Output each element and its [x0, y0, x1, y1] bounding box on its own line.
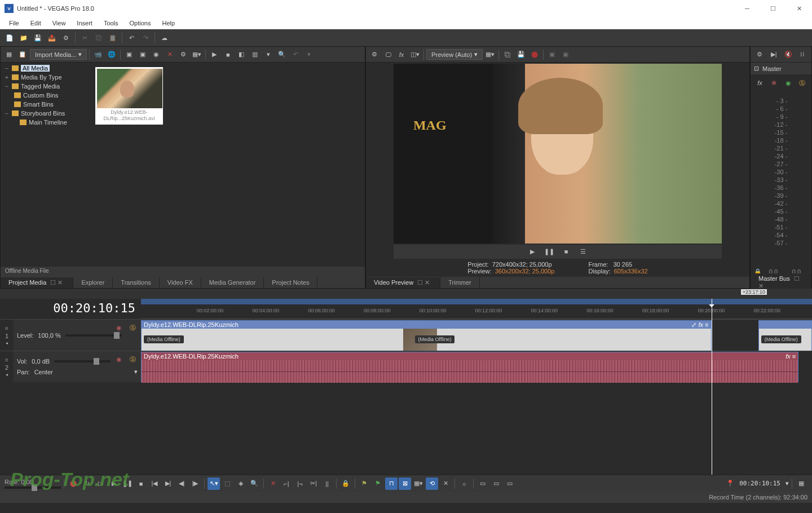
undo-icon[interactable]: ↶: [125, 32, 138, 44]
master-tool-2[interactable]: ◉: [782, 77, 794, 89]
get-media-icon[interactable]: 🌐: [105, 48, 118, 61]
pm-tool-5[interactable]: ▥: [249, 48, 261, 61]
pm-tool-4[interactable]: ◧: [235, 48, 248, 61]
maximize-button[interactable]: ☐: [760, 0, 786, 17]
menu-edit[interactable]: Edit: [25, 18, 47, 28]
video-clip-1[interactable]: Dyldy.e12.WEB-DLRip.25Kuzmich⤢ fx ≡ (Med…: [141, 320, 712, 351]
track-1-header[interactable]: ≡1◂ ◉Ⓢ Level:100,0 %: [0, 319, 141, 351]
tool-x1[interactable]: ⟐: [458, 477, 470, 490]
tab-trimmer[interactable]: Trimmer: [440, 277, 480, 288]
search-icon[interactable]: 🔍: [276, 48, 288, 61]
media-thumb[interactable]: Dyldy.e12.WEB-DLRip...25Kuzmich.avi: [95, 67, 163, 125]
master-mute-icon[interactable]: 🔇: [782, 48, 795, 61]
pv-rec-icon[interactable]: ⬤: [528, 48, 541, 61]
playhead[interactable]: [712, 299, 712, 475]
stop-icon[interactable]: ■: [135, 477, 147, 490]
import-media-button[interactable]: Import Media...▾: [30, 49, 87, 60]
tab-video-fx[interactable]: Video FX: [160, 277, 201, 288]
quantize-icon[interactable]: ⊠: [399, 477, 411, 490]
pv-copy-icon[interactable]: ⿻: [501, 48, 514, 61]
cut-icon[interactable]: ✂: [78, 32, 91, 44]
record-icon[interactable]: ⬤: [67, 477, 80, 490]
lock-icon[interactable]: 🔒: [339, 477, 352, 490]
tree-custom-bins[interactable]: Custom Bins: [2, 91, 90, 100]
tc-dropdown[interactable]: ▾: [785, 480, 789, 487]
tree-smart-bins[interactable]: Smart Bins: [2, 100, 90, 109]
trim-end-icon[interactable]: |¬: [294, 477, 306, 490]
pv-tool-a[interactable]: ▣: [546, 48, 558, 61]
loop-icon[interactable]: ↻: [81, 477, 93, 490]
marker-icon[interactable]: ⚑: [358, 477, 370, 490]
track2-vol-slider[interactable]: [54, 360, 111, 362]
pv-ext-icon[interactable]: 🖵: [382, 48, 394, 61]
pm-stop-icon[interactable]: ■: [222, 48, 234, 61]
master-tool-1[interactable]: ❋: [768, 77, 780, 89]
tab-explorer[interactable]: Explorer: [73, 277, 113, 288]
split-icon[interactable]: ✂|: [307, 477, 320, 490]
menu-view[interactable]: View: [47, 18, 72, 28]
next-frame-icon[interactable]: |▶: [189, 477, 201, 490]
envelope-icon[interactable]: ◈: [235, 477, 247, 490]
autoripple-icon[interactable]: ⟲: [426, 477, 438, 490]
pm-fwd-icon[interactable]: ▾: [303, 48, 315, 61]
pv-save-icon[interactable]: 💾: [515, 48, 527, 61]
tool-y1[interactable]: ▭: [476, 477, 489, 490]
tree-main-timeline[interactable]: Main Timeline: [2, 118, 90, 127]
minimize-button[interactable]: ─: [734, 0, 760, 17]
tree-storyboard[interactable]: −Storyboard Bins: [2, 109, 90, 118]
menu-options[interactable]: Options: [124, 18, 157, 28]
track2-mute-icon[interactable]: ◉: [113, 353, 125, 365]
master-fx-icon[interactable]: fx: [754, 77, 766, 89]
normal-edit-icon[interactable]: ↖▾: [208, 477, 220, 490]
selection-icon[interactable]: ⬚: [221, 477, 233, 490]
copy-icon[interactable]: ⿻: [92, 32, 105, 44]
pm-icon-1[interactable]: ▦: [3, 48, 15, 61]
pm-dropdown[interactable]: ▾: [262, 48, 275, 61]
track-menu-icon[interactable]: ≡: [5, 325, 8, 331]
pv-split-icon[interactable]: ◫▾: [409, 48, 421, 61]
upload-icon[interactable]: ☁: [158, 32, 170, 44]
tree-tagged[interactable]: −Tagged Media: [2, 82, 90, 91]
audio-clip[interactable]: Dyldy.e12.WEB-DLRip.25Kuzmichfx ≡: [141, 352, 798, 382]
master-sliders-icon[interactable]: ⁞⁞: [796, 48, 809, 61]
tab-project-media[interactable]: Project Media ☐ ✕: [1, 277, 73, 288]
play-start-icon[interactable]: ▷: [94, 477, 107, 490]
prev-frame-icon[interactable]: ◀|: [175, 477, 188, 490]
save-icon[interactable]: 💾: [32, 32, 44, 44]
track-2-header[interactable]: ≡2◂ ◉Ⓢ Vol:0,0 dB Pan:Center▾: [0, 351, 141, 382]
open-icon[interactable]: 📁: [17, 32, 30, 44]
properties-icon[interactable]: ⚙: [60, 32, 72, 44]
pv-stop-icon[interactable]: ■: [560, 245, 572, 258]
go-start-icon[interactable]: |◀: [148, 477, 161, 490]
views-icon[interactable]: ▦▾: [191, 48, 203, 61]
tool-m1[interactable]: ||: [321, 477, 333, 490]
region-icon[interactable]: ⚑: [372, 477, 384, 490]
paste-icon[interactable]: 📋: [107, 32, 119, 44]
snap-icon[interactable]: ⊓: [385, 477, 398, 490]
tab-video-preview[interactable]: Video Preview ☐ ✕: [366, 277, 440, 288]
pm-tool-1[interactable]: ▣: [123, 48, 135, 61]
transport-timecode[interactable]: 00:20:10:15: [736, 480, 784, 487]
pm-play-icon[interactable]: ▶: [208, 48, 220, 61]
menu-insert[interactable]: Insert: [71, 18, 98, 28]
pv-fx-icon[interactable]: fx: [395, 48, 408, 61]
add-track-icon[interactable]: ▦: [795, 477, 807, 490]
new-icon[interactable]: 📄: [3, 32, 16, 44]
tool-y2[interactable]: ▭: [490, 477, 502, 490]
track1-solo-icon[interactable]: Ⓢ: [126, 321, 139, 334]
tree-all-media[interactable]: −All Media: [2, 64, 90, 73]
track1-level-slider[interactable]: [65, 334, 122, 337]
menu-help[interactable]: Help: [156, 18, 180, 28]
tab-project-notes[interactable]: Project Notes: [264, 277, 317, 288]
pv-tool-b[interactable]: ▣: [559, 48, 572, 61]
trim-start-icon[interactable]: ⌐|: [280, 477, 293, 490]
track-menu-icon[interactable]: ≡: [5, 357, 8, 363]
master-tool-3[interactable]: Ⓢ: [796, 77, 808, 89]
track2-solo-icon[interactable]: Ⓢ: [126, 353, 139, 365]
rate-slider[interactable]: [5, 487, 61, 489]
capture-icon[interactable]: 📹: [92, 48, 104, 61]
close-button[interactable]: ✕: [786, 0, 812, 17]
pm-back-icon[interactable]: ↶: [289, 48, 302, 61]
tool-q2[interactable]: ▦▾: [412, 477, 425, 490]
pm-tool-3[interactable]: ◉: [150, 48, 162, 61]
